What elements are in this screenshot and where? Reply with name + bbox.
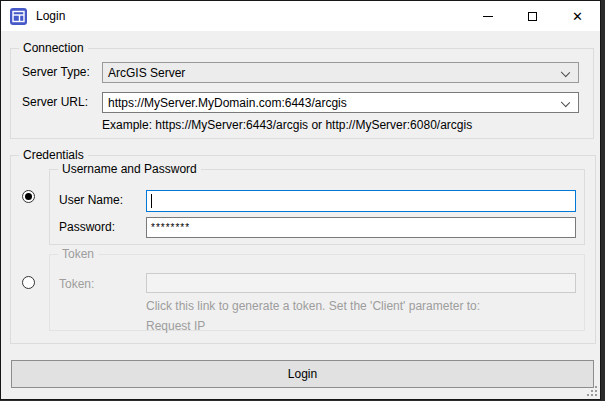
server-url-combobox[interactable]: https://MyServer.MyDomain.com:6443/arcgi… [102,92,579,113]
username-password-legend: Username and Password [58,162,201,177]
username-label: User Name: [59,193,123,207]
maximize-button[interactable] [510,1,555,31]
caption-controls: ✕ [465,1,600,31]
token-input [146,273,576,293]
password-input[interactable] [146,217,576,238]
username-input[interactable] [146,190,576,212]
close-button[interactable]: ✕ [555,1,600,31]
resize-grip[interactable] [586,385,597,396]
login-button[interactable]: Login [11,360,594,388]
password-label: Password: [59,220,115,234]
credentials-legend: Credentials [19,148,88,163]
server-type-label: Server Type: [22,65,90,79]
token-request-ip-link[interactable]: Request IP [146,319,205,333]
title-bar[interactable]: Login ✕ [1,1,600,31]
token-label: Token: [59,277,94,291]
minimize-icon [483,16,493,17]
window-title: Login [36,9,65,23]
server-url-label: Server URL: [22,95,88,109]
server-url-example: Example: https://MyServer:6443/arcgis or… [102,118,472,132]
minimize-button[interactable] [465,1,510,31]
token-legend: Token [58,247,98,262]
chevron-down-icon [561,68,570,77]
login-dialog: Login ✕ Connection Server Type: ArcGIS S… [0,0,601,400]
token-radio[interactable] [22,276,35,289]
maximize-icon [528,12,537,21]
username-password-radio[interactable] [22,190,35,203]
app-window-icon [10,8,27,25]
server-url-value: https://MyServer.MyDomain.com:6443/arcgi… [108,96,347,110]
token-help-text: Click this link to generate a token. Set… [146,299,480,313]
close-icon: ✕ [572,10,583,23]
server-type-dropdown[interactable]: ArcGIS Server [102,62,579,83]
chevron-down-icon [561,98,570,107]
server-type-value: ArcGIS Server [108,66,185,80]
connection-legend: Connection [19,41,88,56]
text-caret [151,194,152,208]
